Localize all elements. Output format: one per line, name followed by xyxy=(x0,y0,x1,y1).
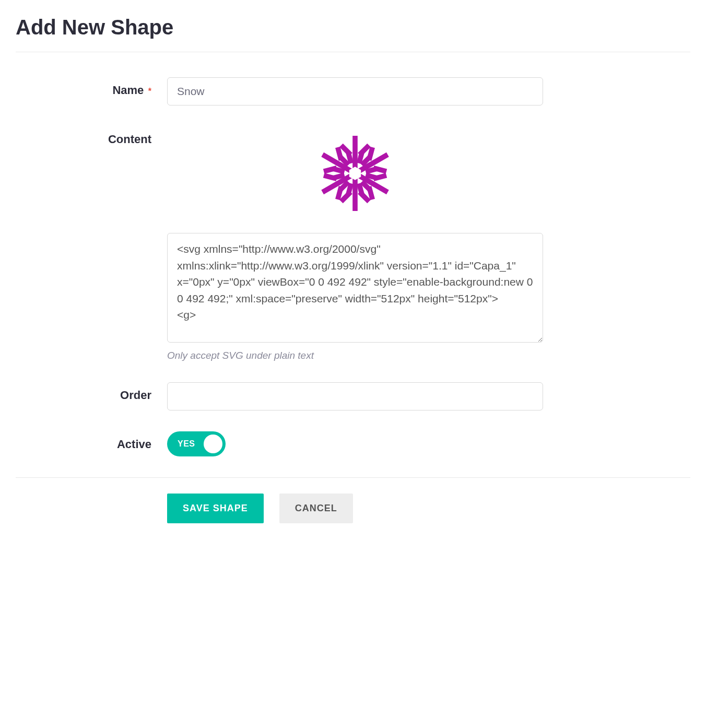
content-helper-text: Only accept SVG under plain text xyxy=(167,350,543,361)
button-row: SAVE SHAPE CANCEL xyxy=(167,494,690,523)
form-row-active: Active YES xyxy=(16,431,690,456)
svg-preview xyxy=(167,132,543,217)
snowflake-icon xyxy=(313,132,397,215)
order-input[interactable] xyxy=(167,382,543,410)
page-title: Add New Shape xyxy=(16,16,690,39)
form-row-order: Order xyxy=(16,382,690,410)
name-label: Name xyxy=(112,84,144,97)
save-button[interactable]: SAVE SHAPE xyxy=(167,494,264,523)
toggle-state-label: YES xyxy=(178,439,195,449)
form-row-content: Content xyxy=(16,126,690,361)
order-label: Order xyxy=(120,389,151,402)
cancel-button[interactable]: CANCEL xyxy=(279,494,353,523)
toggle-knob xyxy=(204,435,222,453)
content-label: Content xyxy=(108,133,151,146)
content-textarea[interactable] xyxy=(167,233,543,343)
active-toggle[interactable]: YES xyxy=(167,431,226,456)
bottom-divider xyxy=(16,477,690,478)
name-input[interactable] xyxy=(167,77,543,105)
active-label: Active xyxy=(117,438,151,451)
form-row-name: Name * xyxy=(16,77,690,105)
divider xyxy=(16,52,690,52)
required-indicator: * xyxy=(148,87,151,96)
